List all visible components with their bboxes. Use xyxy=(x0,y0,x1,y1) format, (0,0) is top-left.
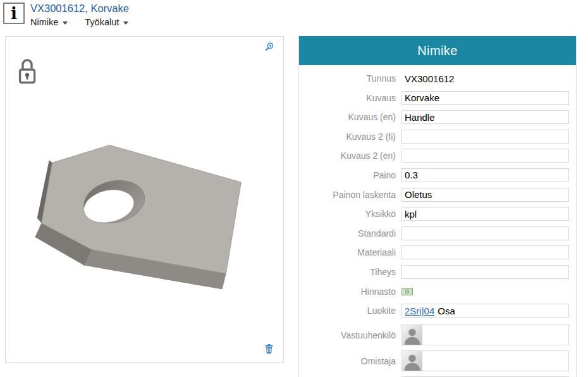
field-row-kuvaus2-fi: Kuvaus 2 (fi) xyxy=(299,130,576,144)
field-row-luokite: Luokite 2Srj|04 Osa xyxy=(299,304,576,318)
field-row-standardi: Standardi xyxy=(299,226,576,240)
field-row-vastuuhenkilo: Vastuuhenkilö xyxy=(299,324,576,345)
field-row-kuvaus2-en: Kuvaus 2 (en) xyxy=(299,149,576,163)
kuvaus-en-input[interactable] xyxy=(401,110,569,124)
field-row-omistaja: Omistaja xyxy=(299,350,576,371)
field-label: Paino xyxy=(299,170,396,180)
avatar xyxy=(402,325,422,345)
field-row-materiaali: Materiaali xyxy=(299,245,576,259)
menubar: Nimike Työkalut xyxy=(30,17,129,27)
menu-nimike[interactable]: Nimike xyxy=(30,17,68,27)
app-window: i VX3001612, Korvake Nimike Työkalut xyxy=(0,0,588,377)
painon-laskenta-input[interactable] xyxy=(401,188,569,202)
kuvaus-input[interactable] xyxy=(401,91,569,105)
luokite-class-name: Osa xyxy=(438,306,455,316)
field-label: Luokite xyxy=(299,306,396,316)
field-label: Yksikkö xyxy=(299,209,396,219)
field-row-hinnasto: Hinnasto xyxy=(299,285,576,299)
field-label: Kuvaus xyxy=(299,93,396,103)
field-row-painon-laskenta: Painon laskenta xyxy=(299,188,576,202)
nimike-panel: Nimike Tunnus VX3001612 Kuvaus Kuvaus (e… xyxy=(298,36,577,377)
field-label: Omistaja xyxy=(299,356,396,366)
chevron-down-icon xyxy=(63,22,68,25)
standardi-input[interactable] xyxy=(401,226,569,240)
tunnus-value: VX3001612 xyxy=(401,73,454,84)
materiaali-input[interactable] xyxy=(401,245,569,259)
field-row-kuvaus: Kuvaus xyxy=(299,91,576,105)
field-label: Standardi xyxy=(299,228,396,238)
money-icon[interactable] xyxy=(401,288,413,295)
field-row-paino: Paino xyxy=(299,168,576,182)
part-3d-model xyxy=(6,37,283,362)
info-icon: i xyxy=(3,3,25,24)
field-label: Kuvaus (en) xyxy=(299,112,396,122)
field-label: Materiaali xyxy=(299,247,396,257)
field-label: Hinnasto xyxy=(299,287,396,297)
menu-nimike-label: Nimike xyxy=(30,17,58,27)
menu-tyokalut-label: Työkalut xyxy=(85,17,119,27)
yksikko-input[interactable] xyxy=(401,207,569,221)
chevron-down-icon xyxy=(123,22,128,25)
kuvaus2-fi-input[interactable] xyxy=(401,130,569,144)
hinnasto-cell xyxy=(401,288,413,295)
avatar xyxy=(402,351,422,371)
field-row-tiheys: Tiheys xyxy=(299,265,576,279)
field-label: Vastuuhenkilö xyxy=(299,330,396,340)
paino-input[interactable] xyxy=(401,168,569,182)
header: VX3001612, Korvake Nimike Työkalut xyxy=(30,2,129,27)
vastuuhenkilo-picker[interactable] xyxy=(401,324,569,345)
zoom-in-icon[interactable] xyxy=(265,42,274,51)
field-row-tunnus: Tunnus VX3001612 xyxy=(299,71,576,85)
tiheys-input[interactable] xyxy=(401,265,569,279)
unlock-icon[interactable] xyxy=(18,58,37,84)
page-title: VX3001612, Korvake xyxy=(30,2,129,15)
field-label: Tunnus xyxy=(299,73,396,83)
luokite-link[interactable]: 2Srj|04 xyxy=(405,306,434,316)
omistaja-picker[interactable] xyxy=(401,350,569,371)
kuvaus2-en-input[interactable] xyxy=(401,149,569,163)
field-label: Tiheys xyxy=(299,267,396,277)
panel-title: Nimike xyxy=(299,36,576,65)
viewer-canvas[interactable] xyxy=(5,36,284,363)
field-label: Painon laskenta xyxy=(299,190,396,200)
field-label: Kuvaus 2 (fi) xyxy=(299,132,396,142)
luokite-box: 2Srj|04 Osa xyxy=(401,304,569,318)
field-label: Kuvaus 2 (en) xyxy=(299,151,396,161)
trash-icon[interactable] xyxy=(265,344,273,354)
nimike-form: Tunnus VX3001612 Kuvaus Kuvaus (en) Kuva… xyxy=(299,65,576,377)
field-row-yksikko: Yksikkö xyxy=(299,207,576,221)
menu-tyokalut[interactable]: Työkalut xyxy=(85,17,128,27)
field-row-kuvaus-en: Kuvaus (en) xyxy=(299,110,576,124)
